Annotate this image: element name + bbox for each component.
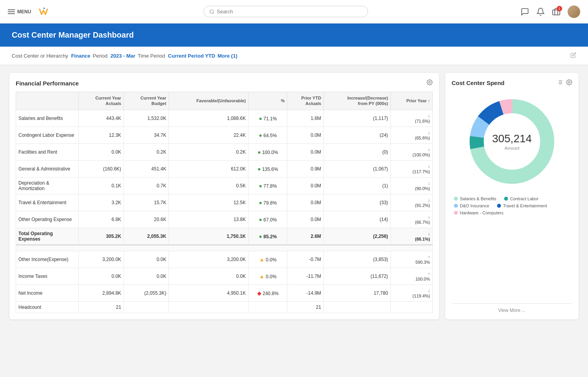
row-prior-ytd: 0.0M [287,177,324,194]
row-inc-dec: (11,672) [324,268,391,285]
financial-title: Financial Performance [16,80,79,87]
row-fav[interactable]: 22.4K [169,127,249,143]
bell-icon[interactable] [536,7,545,16]
row-prior-ytd: 0.0M [287,194,324,211]
row-label: Salaries and Benefits [16,110,79,127]
row-prior-pct: ↓(66.7%) [390,211,432,228]
row-prior-ytd: 2.6M [287,228,324,245]
spend-legend: Salaries & Benefits Contract Labor D&O I… [452,192,572,221]
row-budget[interactable]: 0.7K [124,177,169,194]
legend-row-1: Salaries & Benefits Contract Labor [454,196,570,201]
row-prior-pct [390,301,432,313]
logo[interactable] [36,5,51,19]
row-actuals[interactable]: 3.2K [79,194,124,211]
row-budget[interactable]: 2,055.3K [124,228,169,245]
row-inc-dec: 17,780 [324,285,391,301]
table-row: Income Taxes 0.0K 0.0K 0.0K ▲ 0.0% -11.7… [16,268,433,285]
row-fav[interactable]: 1,750.1K [169,228,249,245]
row-prior-pct: ↓(119.4%) [390,285,432,301]
col-header-fav: Favorable/(Unfavorable) [169,92,249,110]
row-actuals[interactable]: 21 [79,301,124,313]
search-box[interactable] [203,6,368,17]
row-label: Depreciation & Amortization [16,177,79,194]
row-budget[interactable]: 15.7K [124,194,169,211]
svg-point-3 [429,82,430,83]
row-fav[interactable]: 3,200.0K [169,251,249,268]
view-more-button[interactable]: View More ... [452,303,572,313]
row-budget[interactable]: 1,532.0K [124,110,169,127]
table-row: Headcount 21 21 [16,301,433,313]
row-fav[interactable]: 4,950.1K [169,285,249,301]
avatar[interactable] [568,5,580,18]
row-pct: ● 135.6% [248,160,287,177]
row-inc-dec: (14) [324,211,391,228]
row-pct: ● 79.8% [248,194,287,211]
row-budget[interactable]: 0.0K [124,251,169,268]
row-actuals[interactable]: 3,200.0K [79,251,124,268]
menu-button[interactable]: MENU [8,9,31,14]
row-actuals[interactable]: 0.0K [79,143,124,160]
legend-label-salary: Salaries & Benefits [460,196,496,201]
row-budget[interactable] [124,301,169,313]
chat-icon[interactable] [521,7,529,16]
briefcase-icon[interactable]: 1 [552,7,561,16]
row-pct: ● 77.8% [248,177,287,194]
row-fav[interactable]: 0.5K [169,177,249,194]
row-actuals[interactable]: 12.3K [79,127,124,143]
row-actuals[interactable]: 6.8K [79,211,124,228]
row-budget[interactable]: 34.7K [124,127,169,143]
row-budget[interactable]: 0.0K [124,268,169,285]
financial-settings-icon[interactable] [426,79,433,87]
table-row: Other Income(Expense) 3,200.0K 0.0K 3,20… [16,251,433,268]
svg-point-10 [568,82,570,83]
row-fav[interactable]: 0.2K [169,143,249,160]
row-prior-pct: ↓(90.0%) [390,177,432,194]
row-fav[interactable]: 13.8K [169,211,249,228]
legend-row-3: Hardware - Computers [454,210,570,215]
donut-label: Amount [492,146,532,150]
row-budget[interactable]: 0.2K [124,143,169,160]
search-input[interactable] [217,9,362,14]
row-fav[interactable]: 12.5K [169,194,249,211]
spend-title: Cost Center Spend [452,80,505,86]
row-actuals[interactable]: (160.6K) [79,160,124,177]
filter-bar: Cost Center or Hierarchy Finance Period … [0,47,588,65]
time-period-filter: Time Period Current Period YTD [138,53,215,59]
row-fav[interactable]: 0.0K [169,268,249,285]
legend-item-contract: Contract Labor [504,196,539,201]
legend-dot-salary [454,197,458,201]
row-budget[interactable]: 451.4K [124,160,169,177]
row-prior-ytd: 0.0M [287,127,324,143]
row-inc-dec: (1) [324,177,391,194]
row-actuals[interactable]: 0.0K [79,268,124,285]
row-label: Contingent Labor Expense [16,127,79,143]
row-actuals[interactable]: 0.1K [79,177,124,194]
row-fav[interactable]: 1,088.6K [169,110,249,127]
col-header-prior-year: Prior Year ↑ [390,92,432,110]
row-inc-dec: (0) [324,143,391,160]
row-prior-ytd: -11.7M [287,268,324,285]
more-filter[interactable]: More (1) [218,53,238,59]
row-prior-ytd: 0.0M [287,211,324,228]
edit-icon[interactable] [570,52,576,59]
financial-panel-header: Financial Performance [16,79,433,87]
chart-settings-icon[interactable] [557,79,563,87]
row-label: Other Operating Expense [16,211,79,228]
row-budget[interactable]: (2,055.3K) [124,285,169,301]
hamburger-icon [8,9,15,14]
legend-row-2: D&O Insurance Travel & Entertainment [454,203,570,208]
menu-label: MENU [17,9,31,14]
row-label: Total Operating Expenses [16,228,79,245]
row-budget[interactable]: 20.6K [124,211,169,228]
row-prior-ytd: 21 [287,301,324,313]
table-row: Salaries and Benefits 443.4K 1,532.0K 1,… [16,110,433,127]
row-fav[interactable] [169,301,249,313]
spend-gear-icon[interactable] [566,79,572,87]
row-inc-dec: (3,853) [324,251,391,268]
row-actuals[interactable]: 443.4K [79,110,124,127]
row-actuals[interactable]: 2,894.8K [79,285,124,301]
row-actuals[interactable]: 305.2K [79,228,124,245]
donut-chart: 305,214 Amount [452,91,572,192]
row-fav[interactable]: 612.0K [169,160,249,177]
search-icon [209,9,214,14]
